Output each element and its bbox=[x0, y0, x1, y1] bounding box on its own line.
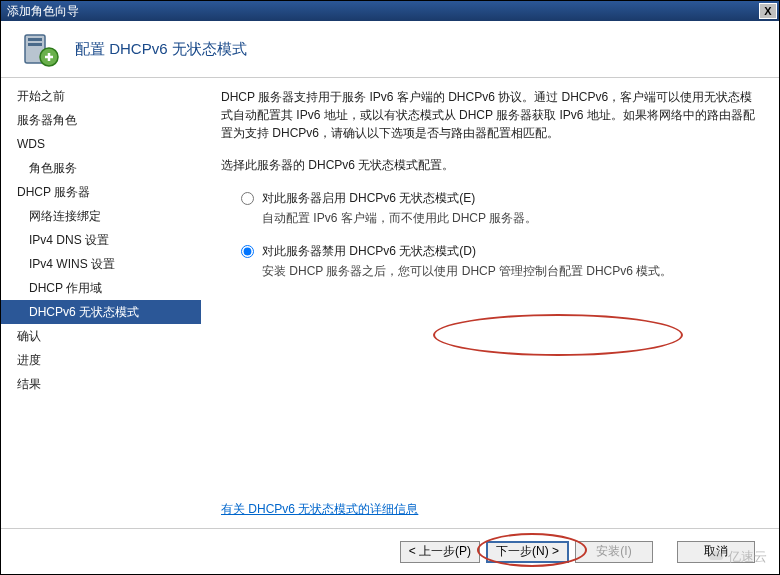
watermark-text: 亿速云 bbox=[728, 548, 767, 566]
radio-disable-input[interactable] bbox=[241, 245, 254, 258]
radio-enable-desc: 自动配置 IPv6 客户端，而不使用此 DHCP 服务器。 bbox=[221, 209, 755, 227]
sidebar-item-progress[interactable]: 进度 bbox=[1, 348, 201, 372]
server-role-icon bbox=[17, 25, 65, 73]
intro-text: DHCP 服务器支持用于服务 IPv6 客户端的 DHCPv6 协议。通过 DH… bbox=[221, 88, 755, 142]
sidebar-item-before-begin[interactable]: 开始之前 bbox=[1, 84, 201, 108]
radio-disable-stateless[interactable]: 对此服务器禁用 DHCPv6 无状态模式(D) bbox=[221, 241, 755, 262]
sidebar-item-wds[interactable]: WDS bbox=[1, 132, 201, 156]
sidebar-item-ipv4-dns[interactable]: IPv4 DNS 设置 bbox=[1, 228, 201, 252]
prev-button[interactable]: < 上一步(P) bbox=[400, 541, 480, 563]
close-icon[interactable]: X bbox=[759, 3, 777, 19]
sidebar-item-dhcpv6-stateless[interactable]: DHCPv6 无状态模式 bbox=[1, 300, 201, 324]
sidebar-item-network-binding[interactable]: 网络连接绑定 bbox=[1, 204, 201, 228]
wizard-window: 添加角色向导 X 配置 DHCPv6 无状态模式 开始之前 服务器角色 WDS … bbox=[0, 0, 780, 575]
wizard-footer: < 上一步(P) 下一步(N) > 安装(I) 取消 bbox=[1, 528, 779, 574]
sidebar-item-results[interactable]: 结果 bbox=[1, 372, 201, 396]
next-button[interactable]: 下一步(N) > bbox=[486, 541, 569, 563]
radio-enable-input[interactable] bbox=[241, 192, 254, 205]
sidebar-item-confirm[interactable]: 确认 bbox=[1, 324, 201, 348]
more-info-link[interactable]: 有关 DHCPv6 无状态模式的详细信息 bbox=[221, 501, 418, 518]
highlight-ellipse-1 bbox=[433, 314, 683, 356]
radio-disable-desc: 安装 DHCP 服务器之后，您可以使用 DHCP 管理控制台配置 DHCPv6 … bbox=[221, 262, 755, 280]
wizard-content: DHCP 服务器支持用于服务 IPv6 客户端的 DHCPv6 协议。通过 DH… bbox=[201, 78, 779, 528]
watermark: 亿速云 bbox=[708, 548, 767, 566]
page-title: 配置 DHCPv6 无状态模式 bbox=[75, 40, 247, 59]
sidebar-item-role-services[interactable]: 角色服务 bbox=[1, 156, 201, 180]
cloud-icon bbox=[708, 549, 724, 565]
sidebar-item-ipv4-wins[interactable]: IPv4 WINS 设置 bbox=[1, 252, 201, 276]
sidebar-item-dhcp-scope[interactable]: DHCP 作用域 bbox=[1, 276, 201, 300]
radio-enable-stateless[interactable]: 对此服务器启用 DHCPv6 无状态模式(E) bbox=[221, 188, 755, 209]
wizard-header: 配置 DHCPv6 无状态模式 bbox=[1, 21, 779, 78]
sidebar-item-server-roles[interactable]: 服务器角色 bbox=[1, 108, 201, 132]
radio-enable-label: 对此服务器启用 DHCPv6 无状态模式(E) bbox=[262, 190, 475, 207]
prompt-text: 选择此服务器的 DHCPv6 无状态模式配置。 bbox=[221, 156, 755, 174]
radio-disable-label: 对此服务器禁用 DHCPv6 无状态模式(D) bbox=[262, 243, 476, 260]
install-button: 安装(I) bbox=[575, 541, 653, 563]
titlebar: 添加角色向导 X bbox=[1, 1, 779, 21]
sidebar-item-dhcp-server[interactable]: DHCP 服务器 bbox=[1, 180, 201, 204]
window-title: 添加角色向导 bbox=[7, 3, 79, 20]
svg-rect-1 bbox=[28, 38, 42, 41]
wizard-sidebar: 开始之前 服务器角色 WDS 角色服务 DHCP 服务器 网络连接绑定 IPv4… bbox=[1, 78, 201, 528]
svg-rect-2 bbox=[28, 43, 42, 46]
